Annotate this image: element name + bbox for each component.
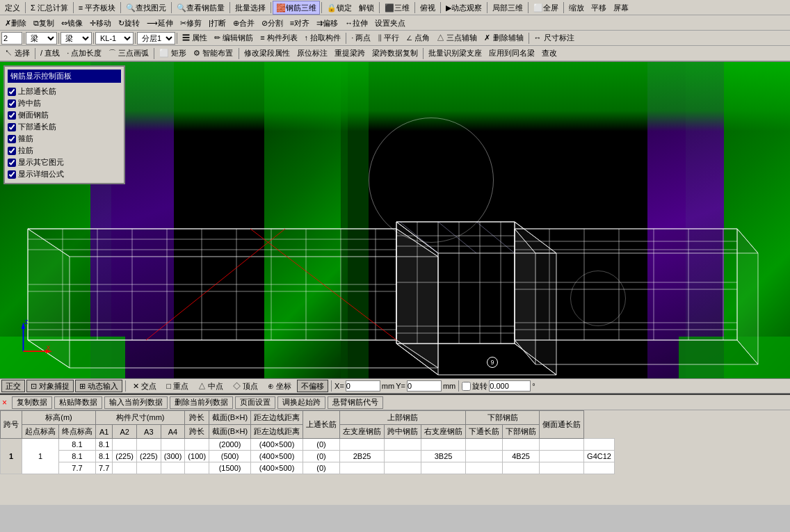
td-side-cont-1a (584, 439, 615, 451)
btn-dim-label[interactable]: ↔ 尺寸标注 (531, 31, 578, 45)
checkbox-tie[interactable] (8, 147, 16, 155)
sep10 (440, 2, 441, 13)
btn-edit-rebar[interactable]: ✏ 编辑钢筋 (211, 31, 257, 45)
btn-re-extract[interactable]: 重提梁跨 (331, 47, 369, 61)
prop-num-input[interactable] (1, 32, 22, 45)
btn-copy-data[interactable]: 复制数据 (12, 396, 52, 409)
btn-stretch[interactable]: ↔ 拉伸 (341, 16, 371, 30)
btn-pick-component[interactable]: ↑ 抬取构件 (301, 31, 345, 45)
btn-offset[interactable]: ⇉ 偏移 (313, 16, 341, 30)
checkbox-stirrup[interactable] (8, 135, 16, 143)
btn-modify-beam-seg[interactable]: 修改梁段属性 (241, 47, 293, 61)
sep8 (379, 2, 380, 13)
btn-rotate[interactable]: ↻ 旋转 (115, 16, 143, 30)
btn-apply-same-name[interactable]: 应用到同名梁 (485, 47, 538, 61)
btn-split[interactable]: ⊘ 分割 (258, 16, 287, 30)
btn-fullscreen[interactable]: ⬜ 全屏 (530, 1, 562, 15)
prop-code-select[interactable]: KL-1 (95, 32, 134, 45)
btn-find-element[interactable]: 🔍 查找图元 (122, 1, 170, 15)
checkbox-show-other[interactable] (8, 159, 16, 167)
btn-mirror[interactable]: ⇔ 镜像 (58, 16, 86, 30)
btn-top-view[interactable]: 俯视 (417, 1, 439, 15)
btn-paste-data[interactable]: 粘贴降数据 (54, 396, 102, 409)
btn-input-col-data[interactable]: 输入当前列数据 (104, 396, 168, 409)
status-ortho[interactable]: 正交 (1, 380, 25, 392)
rotate-input[interactable] (489, 380, 531, 392)
status-midpoint[interactable]: △ 中点 (194, 380, 227, 392)
btn-point-angle[interactable]: ∠ 点角 (403, 31, 433, 45)
btn-rect[interactable]: ⬜ 矩形 (156, 47, 190, 61)
data-table-wrapper[interactable]: 跨号 标高(m) 构件尺寸(mm) 跨长 截面(B×H) 距左边线距离 上通长筋… (0, 410, 790, 505)
status-dynamic-input[interactable]: ⊞ 动态输入 (75, 380, 122, 392)
btn-component-list[interactable]: ≡ 构件列表 (257, 31, 300, 45)
btn-batch-select[interactable]: 批量选择 (232, 1, 269, 15)
btn-rebar-3d[interactable]: 🧱 钢筋三维 (273, 1, 320, 15)
btn-summary-calc[interactable]: Σ 汇总计算 (27, 1, 72, 15)
checkbox-upper-long[interactable] (8, 88, 16, 96)
btn-unlock[interactable]: 解锁 (355, 1, 378, 15)
y-input[interactable] (407, 380, 442, 392)
td-end-elev-1c: 7.7 (96, 462, 113, 474)
btn-delete-col-data[interactable]: 删除当前列数据 (170, 396, 233, 409)
btn-align[interactable]: ≡ 对齐 (287, 16, 313, 30)
btn-view-rebar[interactable]: 🔍 查看钢筋量 (173, 1, 228, 15)
btn-level-slab[interactable]: ≡ 平齐板块 (75, 1, 119, 15)
btn-check[interactable]: 查改 (538, 47, 561, 61)
viewport-3d[interactable]: Z X 9 钢筋显示控制面板 上部通长筋 跨中筋 侧面钢筋 下部通长筋 箍筋 (0, 62, 790, 378)
prop-layer-select[interactable]: 分层1 (137, 32, 175, 45)
btn-three-arc[interactable]: ⌒ 三点画弧 (105, 47, 152, 61)
btn-span-copy[interactable]: 梁跨数据复制 (369, 47, 421, 61)
btn-screen[interactable]: 屏幕 (610, 1, 632, 15)
status-endpoint[interactable]: □ 重点 (162, 380, 193, 392)
checkbox-side-steel[interactable] (8, 111, 16, 120)
btn-merge[interactable]: ⊕ 合并 (229, 16, 258, 30)
status-snap[interactable]: ⊡ 对象捕捉 (26, 380, 74, 392)
btn-local-3d[interactable]: 局部三维 (489, 1, 526, 15)
btn-dynamic-observe[interactable]: ▶ 动态观察 (442, 1, 485, 15)
btn-parallel[interactable]: ∥ 平行 (374, 31, 403, 45)
btn-smart-layout[interactable]: ⚙ 智能布置 (190, 47, 236, 61)
btn-copy[interactable]: ⧉ 复制 (30, 16, 58, 30)
rotate-checkbox[interactable] (462, 382, 471, 391)
unit-label-x: mm (382, 382, 394, 390)
btn-select[interactable]: ↖ 选择 (1, 47, 33, 61)
btn-zoom[interactable]: 缩放 (565, 1, 588, 15)
prop-type1-select[interactable]: 梁 (26, 32, 57, 45)
status-vertex[interactable]: ◇ 顶点 (229, 380, 262, 392)
btn-lock[interactable]: 🔒 锁定 (323, 1, 355, 15)
btn-swap-start-span[interactable]: 调换起始跨 (277, 396, 325, 409)
btn-delete-aux[interactable]: ✗ 删除辅轴 (481, 31, 526, 45)
btn-page-setup[interactable]: 页面设置 (235, 396, 275, 409)
btn-delete[interactable]: ✗ 删除 (1, 16, 30, 30)
checkbox-show-formula[interactable] (8, 170, 16, 179)
btn-properties[interactable]: ☰ 属性 (179, 31, 211, 45)
td-span-1: 1 (22, 439, 59, 474)
btn-move[interactable]: ✛ 移动 (86, 16, 115, 30)
btn-cantilever-rebar[interactable]: 悬臂钢筋代号 (328, 396, 383, 409)
btn-batch-identify[interactable]: 批量识别梁支座 (425, 47, 485, 61)
btn-3d[interactable]: ⬛ 三维 (381, 1, 413, 15)
btn-trim[interactable]: ✂ 修剪 (177, 16, 205, 30)
btn-three-point-aux[interactable]: △ 三点辅轴 (433, 31, 481, 45)
sep-t2 (154, 48, 154, 59)
menu-define[interactable]: 定义 (1, 1, 24, 15)
btn-extend[interactable]: ⟶ 延伸 (143, 16, 177, 30)
btn-site-label[interactable]: 原位标注 (293, 47, 331, 61)
btn-point-extend[interactable]: · 点加长度 (63, 47, 105, 61)
close-data-panel-icon[interactable]: × (2, 398, 7, 408)
btn-set-grip[interactable]: 设置夹点 (371, 16, 409, 30)
td-start-elev-1b: 8.1 (59, 451, 96, 462)
checkbox-mid-span[interactable] (8, 99, 16, 108)
checkbox-lower-long[interactable] (8, 123, 16, 131)
btn-two-points[interactable]: · 两点 (348, 31, 374, 45)
panel-item-7: 显示详细公式 (8, 168, 121, 180)
status-coord[interactable]: ⊕ 坐标 (264, 380, 296, 392)
btn-pan[interactable]: 平移 (588, 1, 610, 15)
status-intersect[interactable]: ✕ 交点 (129, 380, 161, 392)
btn-line[interactable]: / 直线 (37, 47, 63, 61)
btn-break[interactable]: | 打断 (205, 16, 229, 30)
status-no-offset[interactable]: 不偏移 (297, 380, 328, 392)
sep4 (171, 2, 172, 13)
prop-type2-select[interactable]: 梁 (61, 32, 92, 45)
x-input[interactable] (346, 380, 380, 392)
